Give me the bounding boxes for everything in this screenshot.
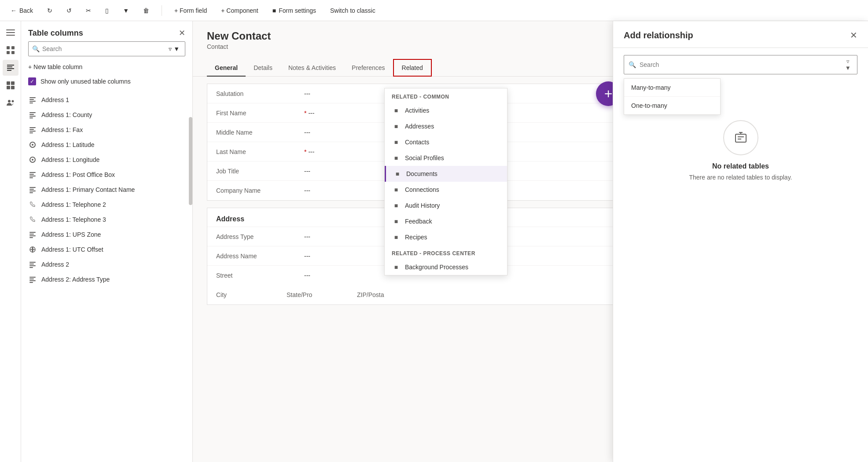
svg-rect-47 [29,264,34,264]
sidebar-list-item[interactable]: Address 1: Latitude [21,137,192,152]
tab-general[interactable]: General [207,60,246,77]
svg-rect-48 [29,265,36,266]
sidebar: Table columns ✕ 🔍 ▿ ▼ + New table column… [21,21,193,462]
sidebar-list-item[interactable]: Address 1: Longitude [21,152,192,167]
filter-dropdown-icon: ▼ [845,65,851,71]
sidebar-search-container: 🔍 ▿ ▼ [28,41,185,56]
sidebar-list-item[interactable]: Address 1: UTC Offset [21,242,192,257]
empty-desc: There are no related tables to display. [689,174,792,181]
related-item[interactable]: ■Addresses [385,118,507,134]
field-value: *--- [304,148,314,155]
sidebar-list-item[interactable]: Address 1: County [21,107,192,122]
field-label: First Name [216,110,304,117]
show-unused-checkbox[interactable]: ✓ [28,77,36,85]
sidebar-list-item[interactable]: Address 1: Telephone 2 [21,197,192,212]
svg-rect-36 [29,177,33,178]
form-settings-label: Form settings [279,7,316,14]
related-item[interactable]: ■Feedback [385,213,507,229]
copy-button[interactable]: ▯ [102,5,112,16]
svg-rect-51 [29,279,34,279]
tab-details[interactable]: Details [246,60,280,77]
related-item[interactable]: ■Connections [385,182,507,198]
svg-rect-50 [29,277,36,278]
field-label: Street [216,272,304,279]
field-label: Address Name [216,253,304,260]
switch-classic-button[interactable]: Switch to classic [327,5,379,16]
component-label: + Component [221,7,258,14]
svg-rect-42 [29,234,34,235]
sidebar-list-item[interactable]: Address 1: Post Office Box [21,167,192,182]
filter-icon: ▿ [846,58,850,65]
add-rel-close-button[interactable]: ✕ [850,30,857,40]
undo-button[interactable]: ↻ [44,5,56,16]
sidebar-close-button[interactable]: ✕ [179,28,185,38]
delete-button[interactable]: 🗑 [140,5,153,16]
svg-rect-3 [7,46,10,49]
sidebar-list-item[interactable]: Address 1: Telephone 3 [21,212,192,227]
svg-rect-1 [6,32,15,33]
column-name: Address 2 [41,261,69,268]
show-unused-row[interactable]: ✓ Show only unused table columns [21,74,192,91]
new-rel-option[interactable]: One-to-many [624,97,720,114]
new-rel-option[interactable]: Many-to-many [624,79,720,97]
activities-icon: ■ [392,106,401,115]
sidebar-list-item[interactable]: Address 1: Fax [21,122,192,137]
sidebar-filter-button[interactable]: ▿ ▼ [167,44,181,54]
field-label: Address Type [216,233,304,240]
dropdown-button[interactable]: ▼ [119,5,132,16]
text-icon [28,275,37,284]
related-item[interactable]: ■Contacts [385,134,507,150]
related-item[interactable]: ■Background Processes [385,259,507,275]
related-item[interactable]: ■Audit History [385,198,507,213]
zip-label: ZIP/Posta [357,291,410,298]
redo-button[interactable]: ↺ [63,5,75,16]
form-settings-button[interactable]: ■ Form settings [269,5,320,16]
text-icon [28,170,37,179]
nav-people-icon[interactable] [3,95,18,111]
add-relationship-panel: Add relationship ✕ 🔍 ▿ ▼ + New relations… [613,21,868,462]
sidebar-list-item[interactable]: Address 1 [21,92,192,107]
text-icon [28,185,37,194]
field-label: Company Name [216,187,304,194]
add-rel-search-input[interactable] [640,61,840,68]
sidebar-search-input[interactable] [42,45,164,52]
tab-preferences[interactable]: Preferences [344,60,393,77]
svg-rect-14 [11,86,15,89]
svg-rect-39 [29,191,36,191]
add-rel-search-container: 🔍 ▿ ▼ [624,55,857,74]
new-column-button[interactable]: + New table column [21,60,192,74]
sidebar-list-item[interactable]: Address 1: Primary Contact Name [21,182,192,197]
sidebar-title: Table columns [28,29,83,38]
tab-related[interactable]: Related [393,59,432,77]
nav-component-icon[interactable] [3,77,18,93]
svg-rect-52 [29,280,36,281]
sidebar-list-item[interactable]: Address 1: UPS Zone [21,227,192,242]
feedback-icon: ■ [392,217,401,226]
related-item[interactable]: ■Documents [385,166,507,182]
sidebar-list-item[interactable]: Address 2: Address Type [21,272,192,287]
svg-point-15 [8,100,11,103]
svg-rect-9 [7,68,14,69]
column-name: Address 1: Latitude [41,141,95,148]
nav-grid-icon[interactable] [3,42,18,58]
related-item[interactable]: ■Recipes [385,229,507,245]
svg-rect-28 [29,132,33,133]
tab-notes-&-activities[interactable]: Notes & Activities [280,60,344,77]
nav-menu-icon[interactable] [3,25,18,40]
form-field-button[interactable]: + Form field [171,5,210,16]
column-name: Address 1: UPS Zone [41,231,101,238]
related-item[interactable]: ■Activities [385,103,507,118]
back-button[interactable]: ← Back [7,5,37,16]
svg-rect-4 [11,46,15,49]
phone-icon [28,215,37,224]
undo-icon: ↻ [47,7,52,14]
svg-rect-46 [29,262,36,263]
related-item[interactable]: ■Social Profiles [385,150,507,166]
component-button[interactable]: + Component [217,5,261,16]
add-rel-filter-button[interactable]: ▿ ▼ [843,58,853,71]
toolbar: ← Back ↻ ↺ ✂ ▯ ▼ 🗑 + Form field + Compon… [0,0,868,21]
sidebar-list-item[interactable]: Address 2 [21,257,192,272]
nav-text-icon[interactable] [3,60,18,76]
cut-button[interactable]: ✂ [82,5,95,16]
related-item-label: Audit History [405,202,440,209]
